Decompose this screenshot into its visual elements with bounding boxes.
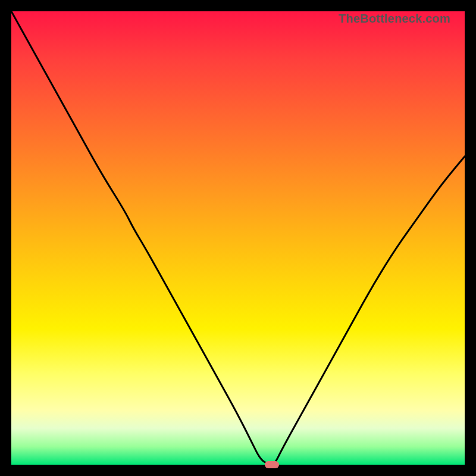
bottleneck-curve	[11, 11, 465, 465]
curve-path	[11, 11, 465, 465]
chart-frame: TheBottleneck.com	[0, 0, 476, 476]
optimum-marker	[265, 461, 279, 468]
plot-area: TheBottleneck.com	[11, 11, 465, 465]
